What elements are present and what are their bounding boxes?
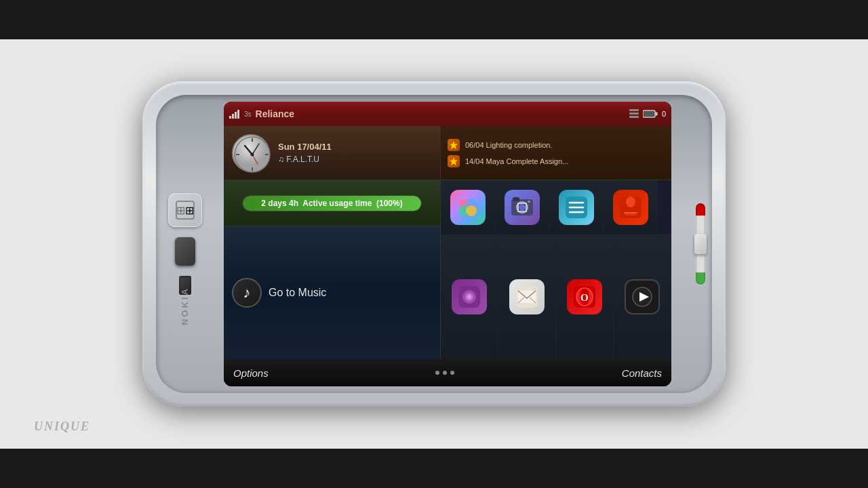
app-icon-art[interactable] — [441, 180, 495, 235]
camera-button[interactable] — [175, 237, 195, 266]
play-app-icon — [625, 279, 660, 314]
phone-container: ⊞ NOKIA — [129, 68, 739, 420]
svg-rect-2 — [235, 112, 237, 119]
red-app-icon — [613, 190, 648, 225]
clock-info: Sun 17/04/11 ♫ F.A.L.T.U — [278, 142, 332, 164]
notification-text-2: 14/04 Maya Complete Assign... — [465, 157, 568, 165]
svg-point-18 — [251, 152, 254, 156]
screen-content: 3s Reliance — [224, 102, 671, 386]
clock-song: ♫ F.A.L.T.U — [278, 155, 332, 164]
svg-point-36 — [626, 197, 635, 207]
notification-text-1: 06/04 Lighting completion. — [465, 141, 552, 149]
svg-rect-6 — [629, 116, 639, 118]
svg-rect-26 — [513, 197, 519, 201]
reminder-icon — [449, 140, 458, 150]
svg-point-28 — [519, 204, 526, 211]
notification-item-1[interactable]: 06/04 Lighting completion. — [448, 139, 665, 151]
purple-app-icon — [452, 279, 487, 314]
clock-date: Sun 17/04/11 — [278, 142, 332, 152]
app-row-1 — [441, 180, 671, 235]
battery-bar-outer: 2 days 4h Active usage time (100%) — [242, 195, 422, 211]
battery-icon — [643, 110, 658, 118]
home-icon: ⊞ — [176, 201, 195, 220]
music-label: Go to Music — [269, 287, 326, 299]
opera-app-icon: O — [567, 279, 602, 314]
music-note-icon: ♪ — [243, 284, 251, 302]
app-icon-purple[interactable] — [441, 235, 498, 359]
svg-marker-20 — [450, 157, 458, 165]
phone-screen: 3s Reliance — [224, 102, 671, 386]
signal-stack-icon — [629, 109, 639, 119]
svg-rect-9 — [644, 111, 654, 117]
main-content: Sun 17/04/11 ♫ F.A.L.T.U 2 days 4h Activ… — [224, 126, 671, 359]
dot-1 — [435, 371, 439, 375]
clock-svg — [233, 136, 271, 174]
contacts-button[interactable]: Contacts — [622, 367, 662, 379]
volume-bar[interactable] — [696, 203, 705, 285]
status-right: 0 — [629, 109, 666, 119]
clock-face — [232, 134, 270, 172]
app-icon-mail[interactable] — [498, 235, 556, 359]
svg-rect-4 — [629, 109, 639, 111]
app-icon-opera[interactable]: O — [556, 235, 614, 359]
svg-rect-5 — [629, 113, 639, 115]
dot-3 — [450, 371, 454, 375]
notification-icon-1 — [448, 139, 460, 151]
app-icon-red[interactable] — [604, 180, 658, 235]
nokia-brand-label: NOKIA — [180, 287, 190, 325]
volume-thumb — [694, 234, 707, 254]
options-button[interactable]: Options — [233, 367, 269, 379]
unique-watermark: UNIQUE — [34, 420, 90, 434]
art-app-icon — [450, 190, 486, 225]
svg-point-41 — [467, 295, 471, 299]
app-icon-list[interactable] — [549, 180, 604, 235]
app-icon-play[interactable] — [614, 235, 671, 359]
svg-point-24 — [466, 205, 477, 216]
bottom-bar: Options Contacts — [224, 359, 671, 386]
app-row-2: O — [441, 235, 671, 359]
svg-text:O: O — [580, 292, 589, 303]
svg-marker-19 — [450, 141, 458, 149]
right-panel: 06/04 Lighting completion. 14/04 Maya Co… — [441, 126, 671, 359]
signal-icon — [229, 109, 240, 119]
status-left: 3s Reliance — [229, 108, 294, 119]
left-panel: Sun 17/04/11 ♫ F.A.L.T.U 2 days 4h Activ… — [224, 126, 441, 359]
left-controls: ⊞ — [168, 193, 202, 295]
svg-rect-29 — [528, 201, 530, 203]
phone-body: ⊞ NOKIA — [142, 81, 726, 407]
music-widget[interactable]: ♪ Go to Music — [224, 226, 441, 359]
svg-rect-0 — [229, 116, 231, 119]
camera-app-icon — [505, 190, 540, 225]
notification-icon-2 — [448, 155, 460, 167]
svg-rect-1 — [232, 114, 234, 119]
mail-app-icon — [509, 279, 545, 314]
app-icon-camera[interactable] — [495, 180, 549, 235]
status-bar: 3s Reliance — [224, 102, 671, 126]
list-app-icon — [559, 190, 594, 225]
notification-item-2[interactable]: 14/04 Maya Complete Assign... — [448, 155, 665, 167]
timer-indicator: 3s — [244, 110, 252, 118]
reminder-icon-2 — [449, 157, 458, 166]
battery-widget: 2 days 4h Active usage time (100%) — [224, 180, 441, 226]
clock-widget[interactable]: Sun 17/04/11 ♫ F.A.L.T.U — [224, 126, 441, 180]
carrier-name: Reliance — [256, 108, 295, 119]
notifications-area: 06/04 Lighting completion. 14/04 Maya Co… — [441, 126, 671, 180]
home-button[interactable]: ⊞ — [168, 193, 202, 227]
navigation-dots — [435, 371, 454, 375]
svg-rect-3 — [237, 110, 239, 119]
connection-indicator: 0 — [662, 110, 666, 118]
right-controls — [696, 203, 705, 285]
battery-text: 2 days 4h Active usage time (100%) — [261, 199, 402, 208]
dot-2 — [443, 371, 447, 375]
svg-rect-8 — [655, 113, 657, 116]
music-icon-circle: ♪ — [232, 278, 262, 308]
